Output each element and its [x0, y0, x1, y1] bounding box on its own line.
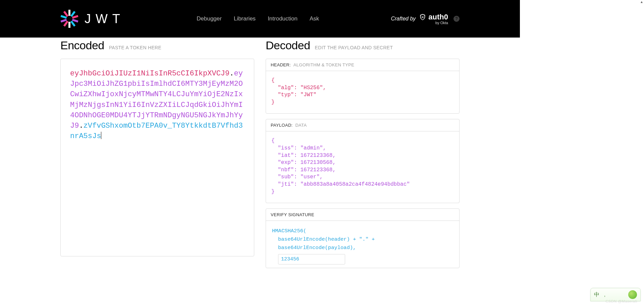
verify-card-label: VERIFY SIGNATURE — [271, 212, 314, 217]
auth0-subline: by Okta — [435, 21, 448, 25]
nav-introduction[interactable]: Introduction — [268, 15, 298, 22]
nav-debugger[interactable]: Debugger — [197, 15, 222, 22]
payload-card-head: PAYLOAD: DATA — [266, 119, 459, 131]
svg-rect-1 — [68, 22, 70, 28]
encoded-token-input[interactable]: eyJhbGciOiJIUzI1NiIsInR5cCI6IkpXVCJ9.eyJ… — [60, 59, 254, 256]
verify-line-1: base64UrlEncode(header) + "." + — [272, 235, 454, 244]
header-json[interactable]: { "alg": "HS256", "typ": "JWT" } — [266, 71, 459, 113]
verify-card: VERIFY SIGNATURE HMACSHA256( base64UrlEn… — [266, 208, 460, 268]
decoded-title: Decoded — [266, 39, 310, 52]
main-nav: Debugger Libraries Introduction Ask — [197, 15, 319, 22]
auth0-shield-icon — [419, 13, 426, 21]
decoded-column: Decoded EDIT THE PAYLOAD AND SECRET HEAD… — [266, 39, 460, 273]
header-card: HEADER: ALGORITHM & TOKEN TYPE { "alg": … — [266, 59, 460, 114]
encoded-title: Encoded — [60, 39, 104, 52]
header-card-sub: ALGORITHM & TOKEN TYPE — [293, 62, 354, 67]
header-card-head: HEADER: ALGORITHM & TOKEN TYPE — [266, 59, 459, 71]
main-content: Encoded PASTE A TOKEN HERE eyJhbGciOiJIU… — [0, 38, 520, 273]
logo[interactable]: JWT — [60, 10, 125, 28]
auth0-name: auth0 — [428, 13, 448, 21]
header-card-label: HEADER: — [271, 62, 291, 67]
nav-ask[interactable]: Ask — [310, 15, 319, 22]
verify-signature-body: HMACSHA256( base64UrlEncode(header) + ".… — [266, 221, 459, 267]
auth0-brand: auth0 by Okta — [419, 13, 448, 25]
verify-fn-line: HMACSHA256( — [272, 227, 454, 235]
jwt-logo-icon — [60, 10, 78, 28]
nav-libraries[interactable]: Libraries — [234, 15, 256, 22]
payload-card: PAYLOAD: DATA { "iss": "admin", "iat": 1… — [266, 119, 460, 203]
secret-input[interactable] — [278, 254, 345, 264]
verify-card-head: VERIFY SIGNATURE — [266, 209, 459, 221]
svg-rect-0 — [68, 10, 70, 16]
top-navbar: JWT Debugger Libraries Introduction Ask … — [0, 0, 520, 38]
payload-card-label: PAYLOAD: — [271, 123, 293, 128]
payload-json[interactable]: { "iss": "admin", "iat": 1672123368, "ex… — [266, 131, 459, 203]
crafted-by[interactable]: Crafted by auth0 by Okta ? — [391, 13, 460, 25]
decoded-subtitle: EDIT THE PAYLOAD AND SECRET — [315, 45, 393, 50]
encoded-column: Encoded PASTE A TOKEN HERE eyJhbGciOiJIU… — [60, 39, 254, 273]
help-icon[interactable]: ? — [453, 16, 460, 22]
logo-text: JWT — [85, 12, 125, 26]
payload-card-sub: DATA — [295, 123, 307, 128]
verify-line-2: base64UrlEncode(payload), — [272, 244, 454, 252]
crafted-label: Crafted by — [391, 16, 416, 22]
encoded-subtitle: PASTE A TOKEN HERE — [109, 45, 161, 50]
